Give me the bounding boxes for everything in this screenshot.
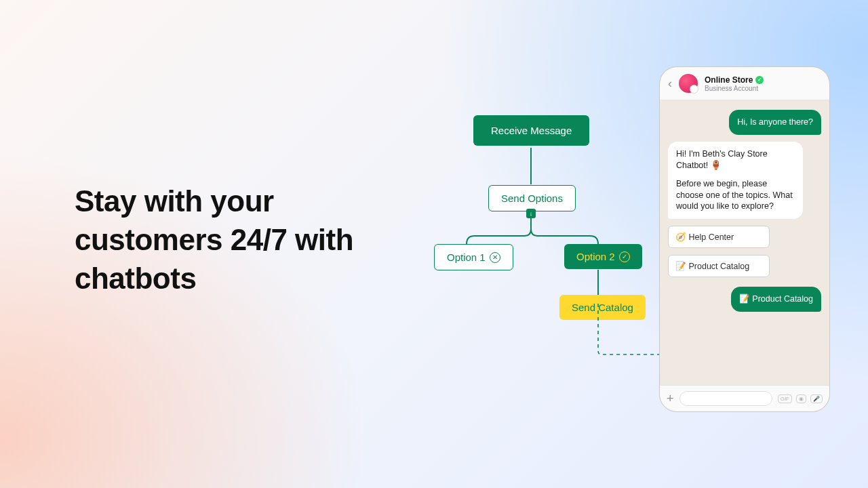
chat-input-bar: + GIF ◉ 🎤 bbox=[660, 385, 829, 411]
reply-label: 🧭 Help Center bbox=[675, 232, 734, 242]
verified-icon bbox=[755, 76, 764, 84]
node-option-2[interactable]: Option 2 bbox=[564, 244, 642, 269]
node-label: Option 1 bbox=[447, 251, 486, 263]
camera-icon[interactable]: ◉ bbox=[796, 394, 806, 403]
phone-frame: ‹ Online Store Business Account Hi, Is a… bbox=[659, 66, 830, 412]
mic-icon[interactable]: 🎤 bbox=[810, 394, 823, 403]
check-icon bbox=[619, 251, 630, 262]
plus-icon[interactable]: + bbox=[667, 392, 674, 406]
store-name-text: Online Store bbox=[705, 75, 753, 85]
node-option-1[interactable]: Option 1 bbox=[434, 244, 513, 270]
expand-handle-icon[interactable] bbox=[526, 209, 536, 218]
message-input[interactable] bbox=[679, 391, 772, 406]
chat-header: ‹ Online Store Business Account bbox=[660, 67, 829, 100]
user-message: Hi, Is anyone there? bbox=[729, 110, 821, 135]
store-name[interactable]: Online Store bbox=[705, 75, 764, 85]
store-subtitle: Business Account bbox=[705, 85, 764, 92]
node-label: Receive Message bbox=[491, 125, 572, 136]
gif-icon[interactable]: GIF bbox=[778, 394, 792, 403]
bot-line-1: Hi! I'm Beth's Clay Store Chatbot! 🏺 bbox=[676, 148, 795, 171]
headline: Stay with your customers 24/7 with chatb… bbox=[75, 182, 373, 298]
node-receive-message[interactable]: Receive Message bbox=[473, 115, 589, 146]
quick-reply-help-center[interactable]: 🧭 Help Center bbox=[668, 226, 770, 248]
user-choice-message: 📝 Product Catalog bbox=[731, 287, 821, 312]
quick-reply-product-catalog[interactable]: 📝 Product Catalog bbox=[668, 255, 770, 277]
input-tool-icons: GIF ◉ 🎤 bbox=[778, 394, 823, 403]
node-label: Send Options bbox=[501, 192, 563, 204]
cross-icon bbox=[490, 252, 500, 263]
bot-message: Hi! I'm Beth's Clay Store Chatbot! 🏺 Bef… bbox=[668, 142, 803, 219]
node-label: Option 2 bbox=[576, 251, 615, 262]
avatar[interactable] bbox=[679, 74, 698, 93]
bot-line-2: Before we begin, please choose one of th… bbox=[676, 178, 795, 213]
back-icon[interactable]: ‹ bbox=[668, 77, 672, 91]
reply-label: 📝 Product Catalog bbox=[675, 261, 749, 271]
node-send-options[interactable]: Send Options bbox=[488, 185, 576, 211]
chat-body: Hi, Is anyone there? Hi! I'm Beth's Clay… bbox=[660, 100, 829, 385]
